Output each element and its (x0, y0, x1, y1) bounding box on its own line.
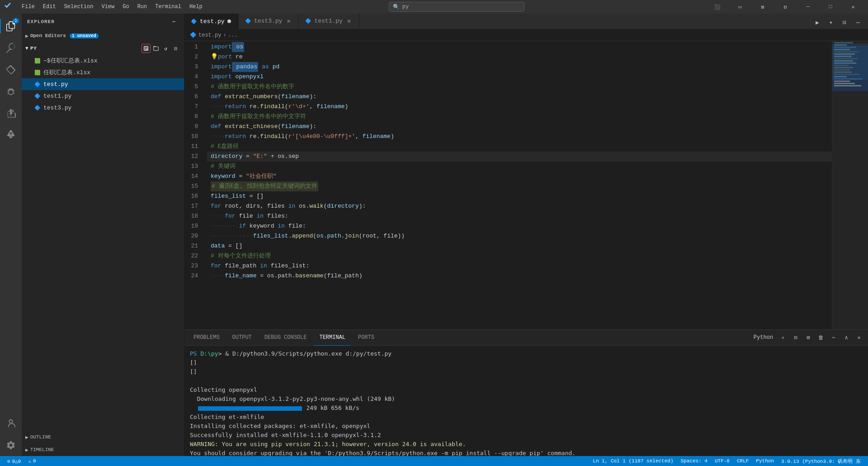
menu-go[interactable]: Go (119, 3, 132, 11)
layout-4-icon[interactable]: ⊟ (775, 0, 796, 14)
open-editors-section: ▶ Open Editors 1 unsaved (22, 29, 184, 42)
code-line-9: def extract_chinese(filename): (207, 122, 832, 132)
run-arrow-icon[interactable]: ▾ (825, 16, 837, 29)
activity-item-git[interactable] (0, 59, 22, 81)
terminal-content[interactable]: PS D:\py> & D:/python3.9/Scripts/python.… (184, 346, 868, 456)
outline-section[interactable]: ▶ OUTLINE (22, 431, 184, 443)
file-item-test3py[interactable]: 🔷 test3.py (22, 102, 184, 114)
terminal-layout-button[interactable]: ⊞ (803, 332, 814, 343)
activity-item-test[interactable] (0, 124, 22, 146)
layout-3-icon[interactable]: ⊞ (752, 0, 773, 14)
more-actions-button[interactable]: ⋯ (852, 16, 864, 29)
menu-selection[interactable]: Selection (61, 3, 97, 11)
tab-close-button[interactable]: ✕ (285, 18, 292, 25)
status-errors[interactable]: ⊘ 0△0 (4, 456, 24, 466)
breadcrumb-py-icon: 🔷 (190, 32, 197, 38)
code-area[interactable]: 1 2 3 4 5 6 7 8 9 10 11 12 13 14 15 16 1 (184, 41, 868, 329)
menu-view[interactable]: View (98, 3, 118, 11)
menu-run[interactable]: Run (134, 3, 151, 11)
timeline-section[interactable]: ▶ TIMELINE (22, 443, 184, 456)
tabs-bar: 🔷 test.py 🔷 test3.py ✕ 🔷 test1.py ✕ ▶ ▾ … (184, 14, 868, 29)
code-line-24: ····file_name = os.path.basename(file_pa… (207, 271, 832, 281)
activity-item-extensions[interactable] (0, 102, 22, 124)
status-eol[interactable]: CRLF (733, 456, 752, 466)
status-right: Ln 1, Col 1 (1187 selected) Spaces: 4 UT… (589, 456, 864, 466)
terminal-line-9: Successfully installed et-xmlfile-1.1.0 … (190, 431, 863, 440)
panel-tab-output[interactable]: OUTPUT (227, 330, 257, 346)
file-name: ~$任职汇总表.xlsx (43, 57, 98, 65)
py-icon: 🔷 (34, 81, 41, 87)
activity-item-accounts[interactable] (0, 413, 22, 434)
open-editors-header[interactable]: ▶ Open Editors 1 unsaved (22, 29, 184, 42)
panel-tab-problems[interactable]: PROBLEMS (188, 330, 225, 346)
folder-name: PY (30, 46, 37, 51)
code-line-20: ············files_list.append(os.path.jo… (207, 231, 832, 241)
minimize-button[interactable]: ─ (797, 0, 818, 14)
activity-item-search[interactable] (0, 37, 22, 59)
panel-tab-actions: Python ＋ ⊟ ⊞ 🗑 ⋯ ∧ ✕ (751, 332, 864, 343)
menu-file[interactable]: File (18, 3, 38, 11)
error-count: 0△0 (12, 458, 21, 464)
status-warnings[interactable]: ⚠ 0 (24, 456, 39, 466)
py-icon: 🔷 (34, 105, 41, 111)
file-item-xlsx2[interactable]: 🟩 任职汇总表.xlsx (22, 67, 184, 78)
sidebar: Explorer ⋯ ▶ Open Editors 1 unsaved ▼ PY (22, 14, 184, 456)
split-editor-button[interactable]: ⊡ (838, 16, 851, 29)
maximize-panel-button[interactable]: ∧ (841, 332, 852, 343)
status-python-version[interactable]: 3.9.13 (Python3.9: 矾布明 东 (778, 456, 864, 466)
search-bar[interactable]: 🔍 py (389, 2, 524, 12)
terminal-line-11: You should consider upgrading via the 'D… (190, 449, 863, 456)
breadcrumb-separator: › (223, 32, 226, 38)
activity-item-settings[interactable] (0, 434, 22, 456)
outline-label: OUTLINE (30, 434, 51, 440)
tab-test1py[interactable]: 🔷 test1.py ✕ (299, 14, 359, 29)
open-editors-label: Open Editors (30, 33, 66, 38)
layout-2-icon[interactable]: ▭ (730, 0, 750, 14)
vscode-logo-icon (5, 2, 12, 11)
unsaved-badge: 1 unsaved (70, 33, 99, 38)
new-folder-button[interactable] (151, 44, 160, 53)
close-panel-button[interactable]: ✕ (854, 332, 864, 343)
maximize-button[interactable]: □ (820, 0, 841, 14)
more-terminal-button[interactable]: ⋯ (828, 332, 839, 343)
tab-close-button[interactable]: ✕ (345, 18, 353, 25)
run-button[interactable]: ▶ (811, 16, 824, 29)
code-line-19: ········if keyword in file: (207, 221, 832, 231)
terminal-line-1: PS D:\py> & D:/python3.9/Scripts/python.… (190, 349, 863, 358)
panel-tab-ports[interactable]: PORTS (353, 330, 380, 346)
menu-terminal[interactable]: Terminal (151, 3, 185, 11)
new-terminal-button[interactable]: ＋ (778, 332, 788, 343)
file-item-test1py[interactable]: 🔷 test1.py (22, 90, 184, 102)
file-item-testpy[interactable]: 🔷 test.py (22, 78, 184, 90)
timeline-label: TIMELINE (30, 447, 54, 452)
activity-item-debug[interactable] (0, 81, 22, 102)
code-line-6: def extract_numbers(filename): (207, 92, 832, 102)
new-file-button[interactable]: ⋯ (170, 17, 179, 26)
search-icon: 🔍 (393, 4, 400, 10)
file-item-xlsx1[interactable]: 🟩 ~$任职汇总表.xlsx (22, 55, 184, 67)
split-terminal-button[interactable]: ⊟ (790, 332, 801, 343)
panel: PROBLEMS OUTPUT DEBUG CONSOLE TERMINAL P… (184, 329, 868, 456)
menu-help[interactable]: Help (186, 3, 206, 11)
layout-icon[interactable]: ⬛ (707, 0, 728, 14)
close-button[interactable]: ✕ (843, 0, 863, 14)
new-file-button[interactable] (142, 44, 151, 53)
status-encoding[interactable]: UTF-8 (711, 456, 733, 466)
menu-edit[interactable]: Edit (39, 3, 60, 11)
activity-item-explorer[interactable]: 1 (0, 15, 22, 37)
status-position[interactable]: Ln 1, Col 1 (1187 selected) (589, 456, 677, 466)
tab-test3py[interactable]: 🔷 test3.py ✕ (239, 14, 299, 29)
kill-terminal-button[interactable]: 🗑 (816, 332, 826, 343)
status-spaces[interactable]: Spaces: 4 (677, 456, 711, 466)
terminal-line-5: Downloading openpyxl-3.1.2-py2.py3-none-… (190, 395, 863, 404)
status-language[interactable]: Python (752, 456, 778, 466)
panel-tab-debug[interactable]: DEBUG CONSOLE (259, 330, 312, 346)
refresh-button[interactable]: ↺ (161, 44, 170, 53)
code-line-16: files_list = [] (207, 191, 832, 201)
tab-testpy[interactable]: 🔷 test.py (184, 14, 239, 29)
panel-tab-terminal[interactable]: TERMINAL (314, 330, 351, 346)
folder-header-py[interactable]: ▼ PY ↺ ⊟ (22, 42, 184, 55)
content-area: 🔷 test.py 🔷 test3.py ✕ 🔷 test1.py ✕ ▶ ▾ … (184, 14, 868, 456)
code-content[interactable]: import os 💡port re import pandas as pd i… (207, 41, 832, 329)
collapse-button[interactable]: ⊟ (171, 44, 180, 53)
